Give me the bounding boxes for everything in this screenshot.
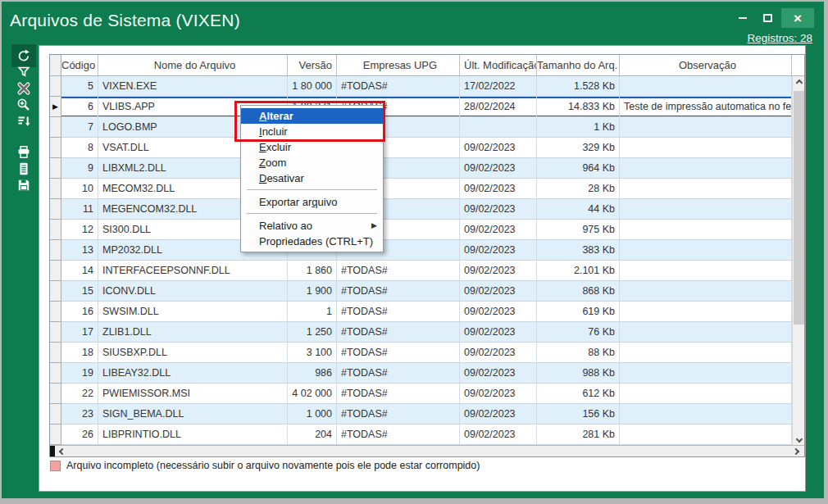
cell-modificacao[interactable]: 09/02/2023 [460, 425, 537, 445]
menu-item-alterar[interactable]: Alterar [241, 108, 383, 124]
cell-empresas[interactable]: #TODAS# [337, 384, 460, 404]
table-row[interactable]: 17ZLIB1.DLL1 250#TODAS#09/02/202376 Kb [50, 322, 804, 343]
cell-versao[interactable]: 3 100 [288, 343, 337, 363]
cell-nome[interactable]: SIUSBXP.DLL [98, 343, 288, 363]
cell-codigo[interactable]: 12 [61, 220, 98, 240]
menu-item-excluir[interactable]: Excluir [241, 139, 383, 155]
cell-empresas[interactable]: #TODAS# [337, 343, 460, 363]
cell-nome[interactable]: SIGN_BEMA.DLL [98, 404, 288, 425]
cell-empresas[interactable]: #TODAS# [337, 302, 460, 322]
cell-obs[interactable] [620, 158, 792, 179]
table-row[interactable]: 13MP2032.DLL09/02/2023383 Kb [50, 240, 804, 261]
cell-obs[interactable] [620, 343, 792, 363]
cell-tamanho[interactable]: 44 Kb [537, 199, 620, 220]
column-header[interactable]: Últ. Modificação [460, 55, 537, 75]
cell-versao[interactable]: 4 02 000 [288, 384, 337, 404]
cell-versao[interactable]: 986 [288, 363, 337, 384]
cell-tamanho[interactable]: 28 Kb [537, 179, 620, 199]
cell-obs[interactable] [620, 425, 792, 445]
cell-codigo[interactable]: 18 [61, 343, 98, 363]
cell-modificacao[interactable]: 09/02/2023 [460, 240, 537, 261]
cell-nome[interactable]: ZLIB1.DLL [98, 322, 288, 343]
table-row[interactable]: 7LOGO.BMP1 Kb [50, 117, 804, 138]
column-header[interactable]: Tamanho do Arq. [537, 55, 620, 75]
minimize-button[interactable] [732, 8, 753, 28]
cell-tamanho[interactable]: 14.833 Kb [537, 97, 620, 117]
vertical-scrollbar[interactable] [792, 76, 804, 445]
scroll-down-button[interactable] [793, 433, 805, 445]
cell-codigo[interactable]: 6 [61, 97, 98, 117]
cell-obs[interactable] [620, 261, 792, 281]
cell-versao[interactable]: 1 860 [288, 261, 337, 281]
save-button[interactable] [11, 176, 36, 194]
cell-nome[interactable]: SWSIM.DLL [98, 302, 288, 322]
cell-modificacao[interactable]: 09/02/2023 [460, 302, 537, 322]
cell-obs[interactable] [620, 322, 792, 343]
cell-tamanho[interactable]: 868 Kb [537, 281, 620, 302]
table-row[interactable]: 15ICONV.DLL1 900#TODAS#09/02/2023868 Kb [50, 281, 804, 302]
cell-empresas[interactable]: #TODAS# [337, 404, 460, 425]
cell-empresas[interactable]: #TODAS# [337, 322, 460, 343]
cell-modificacao[interactable]: 09/02/2023 [460, 158, 537, 179]
cell-versao[interactable]: 1 [288, 302, 337, 322]
cell-tamanho[interactable]: 988 Kb [537, 363, 620, 384]
cell-codigo[interactable]: 16 [61, 302, 98, 322]
cell-tamanho[interactable]: 88 Kb [537, 343, 620, 363]
cell-nome[interactable]: VIXEN.EXE [98, 76, 288, 97]
cell-codigo[interactable]: 17 [61, 322, 98, 343]
cell-versao[interactable]: 204 [288, 425, 337, 445]
cell-modificacao[interactable] [460, 117, 537, 138]
cell-obs[interactable] [620, 404, 792, 425]
cell-modificacao[interactable]: 09/02/2023 [460, 363, 537, 384]
cell-modificacao[interactable]: 09/02/2023 [460, 384, 537, 404]
cell-obs[interactable] [620, 384, 792, 404]
cell-modificacao[interactable]: 28/02/2024 [460, 97, 537, 117]
menu-item-zoom[interactable]: Zoom [241, 155, 383, 170]
cell-nome[interactable]: PWIEMISSOR.MSI [98, 384, 288, 404]
table-row[interactable]: 10MECOM32.DLL09/02/202328 Kb [50, 179, 804, 199]
maximize-button[interactable] [757, 8, 778, 28]
cell-codigo[interactable]: 9 [61, 158, 98, 179]
table-row[interactable]: 5VIXEN.EXE1 80 000#TODAS#17/02/20221.528… [50, 76, 804, 97]
cell-modificacao[interactable]: 09/02/2023 [460, 343, 537, 363]
cell-tamanho[interactable]: 612 Kb [537, 384, 620, 404]
table-row[interactable]: 16SWSIM.DLL1#TODAS#09/02/2023619 Kb [50, 302, 804, 322]
sort-button[interactable] [11, 112, 36, 130]
cell-obs[interactable] [620, 117, 792, 138]
table-row[interactable]: 26LIBPRINTIO.DLL204#TODAS#09/02/2023281 … [50, 425, 804, 445]
print-button[interactable] [11, 143, 36, 161]
cell-codigo[interactable]: 5 [61, 76, 98, 97]
cell-modificacao[interactable]: 09/02/2023 [460, 179, 537, 199]
table-row[interactable]: 8VSAT.DLL09/02/2023329 Kb [50, 138, 804, 158]
clear-filter-button[interactable] [11, 79, 36, 98]
close-button[interactable]: × [781, 8, 814, 28]
cell-obs[interactable] [620, 363, 792, 384]
cell-nome[interactable]: LIBEAY32.DLL [98, 363, 288, 384]
cell-modificacao[interactable]: 17/02/2022 [460, 76, 537, 97]
table-row[interactable]: 23SIGN_BEMA.DLL1 000#TODAS#09/02/2023156… [50, 404, 804, 425]
cell-modificacao[interactable]: 09/02/2023 [460, 261, 537, 281]
column-header[interactable]: Versão [288, 55, 337, 75]
scroll-left-button[interactable] [56, 446, 69, 456]
horizontal-scrollbar[interactable] [50, 445, 804, 456]
column-header[interactable]: Código [61, 55, 98, 75]
cell-obs[interactable] [620, 240, 792, 261]
menu-item-exportar-arquivo[interactable]: Exportar arquivo [241, 194, 383, 210]
cell-tamanho[interactable]: 156 Kb [537, 404, 620, 425]
cell-modificacao[interactable]: 09/02/2023 [460, 281, 537, 302]
cell-versao[interactable]: 1 250 [288, 322, 337, 343]
cell-tamanho[interactable]: 329 Kb [537, 138, 620, 158]
cell-obs[interactable] [620, 138, 792, 158]
cell-obs[interactable] [620, 302, 792, 322]
cell-obs[interactable] [620, 220, 792, 240]
cell-nome[interactable]: LIBPRINTIO.DLL [98, 425, 288, 445]
menu-item-desativar[interactable]: Desativar [241, 170, 383, 186]
cell-codigo[interactable]: 23 [61, 404, 98, 425]
cell-modificacao[interactable]: 09/02/2023 [460, 199, 537, 220]
cell-empresas[interactable]: #TODAS# [337, 425, 460, 445]
vertical-scroll-thumb[interactable] [794, 91, 804, 325]
cell-modificacao[interactable]: 09/02/2023 [460, 322, 537, 343]
column-header[interactable]: Nome do Arquivo [98, 55, 288, 75]
report-button[interactable] [11, 160, 36, 178]
cell-obs[interactable] [620, 76, 792, 97]
